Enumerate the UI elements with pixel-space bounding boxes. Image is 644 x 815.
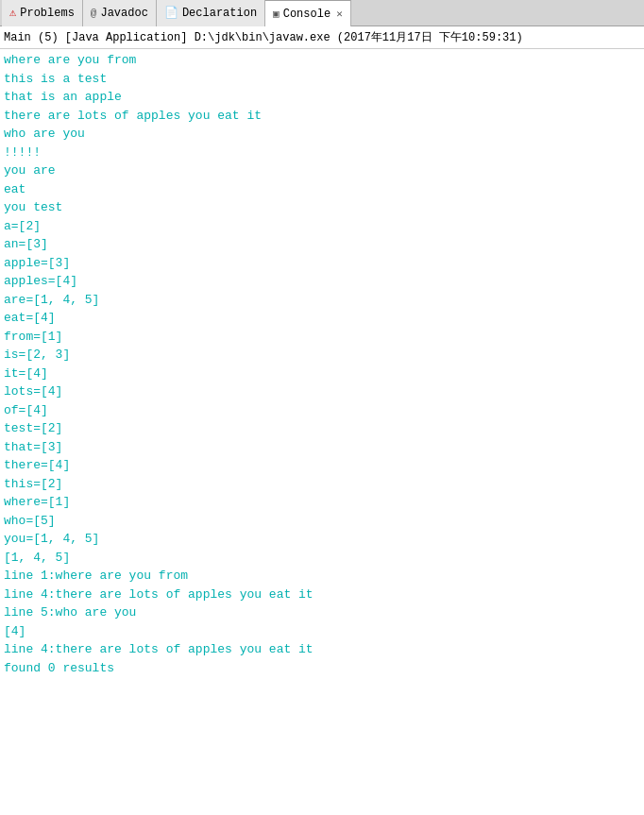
tab-bar: ⚠ Problems @ Javadoc 📄 Declaration ▣ Con… xyxy=(0,0,644,26)
tab-javadoc[interactable]: @ Javadoc xyxy=(83,0,157,26)
console-line: that is an apple xyxy=(4,88,640,107)
status-bar: Main (5) [Java Application] D:\jdk\bin\j… xyxy=(0,26,644,49)
console-line: it=[4] xyxy=(4,365,640,383)
console-output: where are you fromthis is a testthat is … xyxy=(0,49,644,679)
tab-declaration-label: Declaration xyxy=(182,7,257,20)
problems-icon: ⚠ xyxy=(9,6,16,20)
console-line: !!!!! xyxy=(4,144,640,162)
tab-console-label: Console xyxy=(283,8,330,21)
console-line: apples=[4] xyxy=(4,272,640,291)
console-line: apple=[3] xyxy=(4,254,640,273)
console-line: you are xyxy=(4,161,640,180)
console-line: there are lots of apples you eat it xyxy=(4,107,640,126)
console-line: is=[2, 3] xyxy=(4,346,640,365)
console-line: found 0 results xyxy=(4,659,640,678)
console-line: who are you xyxy=(4,125,640,144)
console-line: [4] xyxy=(4,622,640,641)
tab-problems-label: Problems xyxy=(20,7,75,20)
console-line: eat=[4] xyxy=(4,309,640,328)
console-line: test=[2] xyxy=(4,419,640,438)
console-line: of=[4] xyxy=(4,401,640,420)
console-line: a=[2] xyxy=(4,217,640,236)
tab-console[interactable]: ▣ Console ✕ xyxy=(265,0,351,26)
console-line: from=[1] xyxy=(4,328,640,347)
console-line: you=[1, 4, 5] xyxy=(4,530,640,549)
console-line: are=[1, 4, 5] xyxy=(4,291,640,310)
console-line: where are you from xyxy=(4,51,640,70)
console-line: you test xyxy=(4,198,640,217)
console-line: where=[1] xyxy=(4,493,640,512)
console-line: eat xyxy=(4,180,640,199)
declaration-icon: 📄 xyxy=(164,6,178,20)
console-line: an=[3] xyxy=(4,235,640,254)
console-line: [1, 4, 5] xyxy=(4,549,640,568)
console-line: line 4:there are lots of apples you eat … xyxy=(4,586,640,604)
console-line: line 1:where are you from xyxy=(4,567,640,586)
tab-close-icon[interactable]: ✕ xyxy=(336,8,343,20)
javadoc-icon: @ xyxy=(91,8,97,19)
console-line: line 4:there are lots of apples you eat … xyxy=(4,640,640,659)
console-line: line 5:who are you xyxy=(4,603,640,622)
tab-javadoc-label: Javadoc xyxy=(100,7,147,20)
console-line: this is a test xyxy=(4,70,640,89)
console-icon: ▣ xyxy=(273,8,280,20)
tab-declaration[interactable]: 📄 Declaration xyxy=(157,0,265,26)
status-text: Main (5) [Java Application] D:\jdk\bin\j… xyxy=(4,31,523,44)
console-line: there=[4] xyxy=(4,456,640,475)
tab-problems[interactable]: ⚠ Problems xyxy=(2,0,83,26)
console-line: who=[5] xyxy=(4,512,640,531)
console-line: lots=[4] xyxy=(4,382,640,401)
console-line: that=[3] xyxy=(4,438,640,457)
console-line: this=[2] xyxy=(4,475,640,494)
